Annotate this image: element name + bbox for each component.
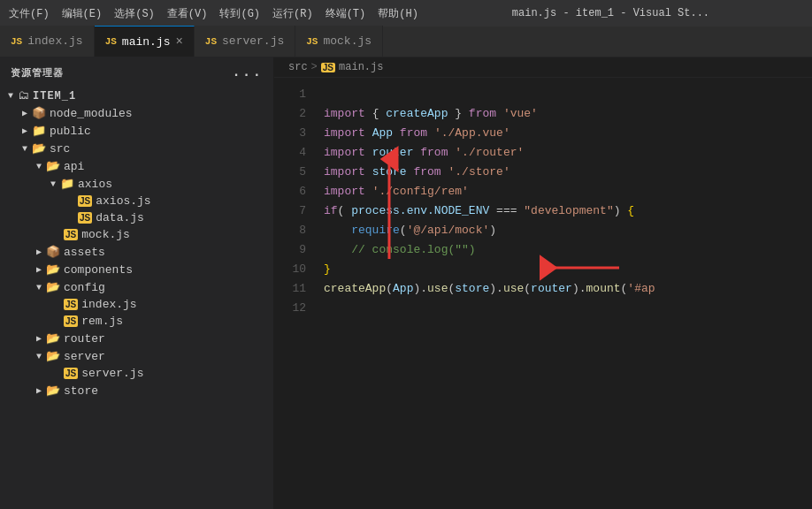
tree-item-rem-js[interactable]: ▶ JS rem.js	[0, 313, 273, 330]
code-line-12	[317, 299, 812, 318]
collapse-arrow: ▼	[32, 283, 46, 292]
code-line-1	[317, 85, 812, 104]
tree-label: rem.js	[81, 315, 123, 328]
tree-item-mock-js[interactable]: ▶ JS mock.js	[0, 226, 273, 243]
js-icon: JS	[306, 36, 318, 47]
expand-arrow: ▶	[18, 125, 32, 136]
breadcrumb-file: main.js	[339, 61, 383, 73]
tree-item-node-modules[interactable]: ▶ 📦 node_modules	[0, 104, 273, 122]
sidebar-header: 资源管理器 ...	[0, 57, 273, 87]
tree-root-item[interactable]: ▼ 🗂 ITEM_1	[0, 87, 273, 104]
tab-mock-js[interactable]: JS mock.js	[295, 26, 383, 57]
tab-label: mock.js	[323, 34, 372, 48]
js-file-icon: JS	[64, 368, 78, 379]
tree-label: data.js	[96, 211, 144, 224]
tree-item-src[interactable]: ▼ 📂 src	[0, 140, 273, 157]
tab-index-js[interactable]: JS index.js	[0, 26, 95, 57]
collapse-arrow: ▼	[32, 162, 46, 171]
breadcrumb: src > JS main.js	[274, 57, 812, 78]
tree-label: router	[64, 332, 105, 346]
collapse-arrow: ▼	[18, 144, 32, 154]
folder-icon: 🗂	[18, 89, 29, 103]
tree-label: axios.js	[96, 194, 150, 208]
folder-icon: 📂	[46, 159, 60, 173]
tree-item-server-js[interactable]: ▶ JS server.js	[0, 365, 273, 382]
main-layout: 资源管理器 ... ▼ 🗂 ITEM_1 ▶ 📦 node_modules ▶ …	[0, 57, 812, 509]
sidebar-title: 资源管理器	[11, 66, 64, 80]
menu-select[interactable]: 选择(S)	[114, 6, 155, 21]
code-line-10: }	[317, 260, 812, 279]
js-file-icon: JS	[78, 212, 92, 224]
tree-item-assets[interactable]: ▶ 📦 assets	[0, 243, 273, 261]
code-line-4: import router from './router'	[317, 143, 812, 163]
tree-item-axios[interactable]: ▼ 📁 axios	[0, 175, 273, 193]
tree-item-server[interactable]: ▼ 📂 server	[0, 347, 273, 365]
tree-item-config[interactable]: ▼ 📂 config	[0, 278, 273, 296]
code-line-11: createApp(App).use(store).use(router).mo…	[317, 279, 812, 299]
folder-icon: 📁	[60, 177, 74, 191]
js-file-icon: JS	[64, 315, 78, 327]
tab-label: index.js	[27, 34, 82, 48]
menu-view[interactable]: 查看(V)	[167, 6, 208, 21]
js-icon: JS	[11, 36, 22, 47]
tab-main-js[interactable]: JS main.js ×	[95, 26, 195, 57]
tree-label: server	[64, 350, 105, 363]
code-line-7: if( process.env.NODE_ENV === "developmen…	[317, 201, 812, 221]
expand-arrow: ▶	[32, 247, 46, 257]
folder-icon: 📂	[46, 280, 60, 294]
tree-label: mock.js	[81, 228, 130, 241]
collapse-arrow: ▼	[4, 91, 18, 101]
editor-container: src > JS main.js 1 2 3 4 5 6 7 8 9 10 11…	[274, 57, 812, 509]
tree-item-public[interactable]: ▶ 📁 public	[0, 122, 273, 140]
tab-label: main.js	[122, 35, 171, 49]
tree-label: assets	[64, 246, 105, 259]
js-file-icon: JS	[78, 195, 92, 207]
tree-label: api	[64, 160, 84, 173]
menu-file[interactable]: 文件(F)	[9, 6, 50, 21]
breadcrumb-js-icon: JS	[321, 63, 335, 72]
folder-icon: 📦	[46, 245, 60, 259]
code-content: import { createApp } from 'vue' import A…	[317, 78, 812, 509]
tree-label: index.js	[81, 298, 136, 311]
tree-root-label: ITEM_1	[33, 90, 76, 103]
code-editor[interactable]: 1 2 3 4 5 6 7 8 9 10 11 12 import { crea…	[274, 78, 812, 509]
tree-item-router[interactable]: ▶ 📂 router	[0, 330, 273, 347]
tree-label: public	[50, 125, 91, 138]
tab-label: server.js	[222, 34, 284, 48]
tree-label: server.js	[81, 367, 143, 380]
menu-help[interactable]: 帮助(H)	[378, 6, 418, 21]
tree-item-axios-js[interactable]: ▶ JS axios.js	[0, 193, 273, 209]
close-icon[interactable]: ×	[175, 35, 182, 48]
collapse-arrow: ▼	[46, 179, 60, 189]
folder-icon: 📂	[32, 141, 46, 156]
menu-edit[interactable]: 编辑(E)	[62, 6, 103, 21]
folder-icon: 📁	[32, 124, 46, 138]
line-numbers: 1 2 3 4 5 6 7 8 9 10 11 12	[274, 78, 317, 509]
code-line-3: import App from './App.vue'	[317, 124, 812, 143]
tree-label: axios	[78, 178, 112, 191]
code-line-2: import { createApp } from 'vue'	[317, 104, 812, 124]
sidebar-more-button[interactable]: ...	[232, 65, 263, 80]
js-icon: JS	[105, 36, 117, 47]
tree-item-config-index-js[interactable]: ▶ JS index.js	[0, 296, 273, 313]
tab-server-js[interactable]: JS server.js	[195, 26, 295, 57]
code-line-5: import store from './store'	[317, 163, 812, 182]
breadcrumb-src: src	[288, 61, 308, 73]
tab-bar: JS index.js JS main.js × JS server.js JS…	[0, 27, 812, 57]
tree-label: config	[64, 281, 105, 294]
tree-label: components	[64, 263, 133, 277]
expand-arrow: ▶	[32, 333, 46, 344]
code-line-9: // console.log("")	[317, 240, 812, 260]
window-title: main.js - item_1 - Visual St...	[418, 7, 803, 19]
folder-icon: 📦	[32, 106, 46, 120]
tree-item-data-js[interactable]: ▶ JS data.js	[0, 209, 273, 226]
folder-icon: 📂	[46, 262, 60, 277]
code-line-8: require('@/api/mock')	[317, 221, 812, 240]
menu-run[interactable]: 运行(R)	[272, 6, 313, 21]
menu-terminal[interactable]: 终端(T)	[326, 6, 366, 21]
tree-item-store[interactable]: ▶ 📂 store	[0, 382, 273, 399]
tree-item-api[interactable]: ▼ 📂 api	[0, 157, 273, 175]
tree-item-components[interactable]: ▶ 📂 components	[0, 261, 273, 278]
menu-goto[interactable]: 转到(G)	[219, 6, 260, 21]
menu-bar[interactable]: 文件(F) 编辑(E) 选择(S) 查看(V) 转到(G) 运行(R) 终端(T…	[9, 6, 418, 21]
